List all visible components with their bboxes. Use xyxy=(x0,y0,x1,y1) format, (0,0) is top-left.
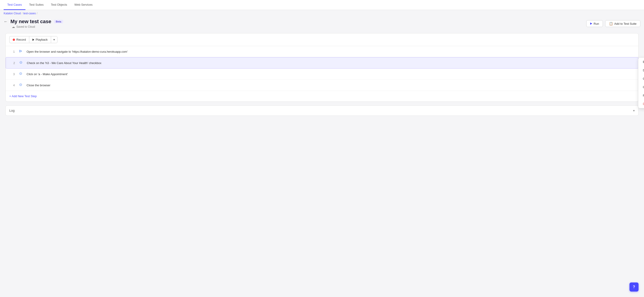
click-icon xyxy=(18,72,23,76)
header-actions: Run 📋 Add to Test Suite xyxy=(586,20,640,27)
step-description: Click on 'a - Make Appointment' xyxy=(26,72,635,76)
playback-play-icon xyxy=(32,38,34,41)
nav-tab-web-services[interactable]: Web Services xyxy=(70,0,96,10)
top-nav: Test CasesTest SuitesTest ObjectsWeb Ser… xyxy=(0,0,644,10)
main-content: Record Playback ▾ 1Open the browser and … xyxy=(0,30,644,120)
context-menu-item-cut[interactable]: Cut xyxy=(638,83,644,91)
breadcrumb-sep2: / xyxy=(36,12,37,15)
test-toolbar: Record Playback ▾ xyxy=(6,34,638,46)
svg-line-1 xyxy=(20,51,22,52)
step-number: 2 xyxy=(10,61,15,65)
record-dot-icon xyxy=(13,38,15,41)
nav-tab-test-objects[interactable]: Test Objects xyxy=(47,0,71,10)
step-number: 3 xyxy=(9,72,15,76)
toolbar-dropdown-button[interactable]: ▾ xyxy=(51,36,58,43)
add-suite-label: Add to Test Suite xyxy=(614,22,636,26)
nav-tab-test-cases[interactable]: Test Cases xyxy=(4,0,26,10)
add-new-test-step-button[interactable]: + Add New Test Step xyxy=(6,91,638,102)
context-menu-item-copy[interactable]: Copy xyxy=(638,74,644,83)
step-number: 4 xyxy=(9,84,15,87)
breadcrumb-sep1: / xyxy=(22,12,22,15)
svg-line-0 xyxy=(20,50,22,51)
context-menu-item-edit[interactable]: Edit xyxy=(638,58,644,66)
log-section[interactable]: Log ▾ xyxy=(6,105,638,116)
run-button[interactable]: Run xyxy=(586,20,603,27)
table-row[interactable]: 4Close the browser xyxy=(6,80,638,91)
add-step-label: + Add New Test Step xyxy=(9,94,37,98)
run-play-icon xyxy=(590,22,592,25)
test-editor-card: Record Playback ▾ 1Open the browser and … xyxy=(6,33,638,102)
beta-badge: Beta xyxy=(54,20,63,24)
breadcrumb-test-cases[interactable]: test-cases xyxy=(24,12,36,15)
step-description: Close the browser xyxy=(26,84,635,87)
breadcrumb-katalon-cloud[interactable]: Katalon Cloud xyxy=(4,12,21,15)
page-title: My new test case xyxy=(10,18,51,24)
step-description: Check on the 'h3 - We Care About Your He… xyxy=(27,61,634,65)
table-row[interactable]: 2Check on the 'h3 - We Care About Your H… xyxy=(6,57,638,68)
log-label: Log xyxy=(9,109,14,112)
step-description: Open the browser and navigate to 'https:… xyxy=(26,50,635,53)
playback-label: Playback xyxy=(36,38,48,41)
cloud-icon: ☁ xyxy=(12,25,15,28)
navigate-icon xyxy=(18,49,23,54)
context-menu-item-paste[interactable]: Paste xyxy=(638,91,644,100)
run-label: Run xyxy=(594,22,599,26)
steps-table: 1Open the browser and navigate to 'https… xyxy=(6,46,638,91)
breadcrumb: Katalon Cloud / test-cases / xyxy=(0,10,644,17)
add-suite-icon: 📋 xyxy=(609,22,613,26)
table-row[interactable]: 3Click on 'a - Make Appointment' xyxy=(6,68,638,80)
back-button[interactable]: ← xyxy=(4,19,8,24)
add-to-test-suite-button[interactable]: 📋 Add to Test Suite xyxy=(605,20,640,27)
context-menu-item-delete[interactable]: Delete xyxy=(638,100,644,108)
check-icon xyxy=(18,61,23,65)
chevron-down-icon: ▾ xyxy=(53,38,55,41)
step-number: 1 xyxy=(9,50,15,53)
playback-button[interactable]: Playback xyxy=(29,36,51,43)
page-header: ← My new test case Beta ☁ Saved to Cloud… xyxy=(0,17,644,30)
record-button[interactable]: Record xyxy=(9,36,29,43)
close-browser-icon xyxy=(18,83,23,88)
saved-status-text: Saved to Cloud xyxy=(16,25,35,28)
log-chevron-icon: ▾ xyxy=(633,109,635,112)
context-menu: EditDuplicateCopyCutPasteDelete xyxy=(638,58,644,108)
nav-tab-test-suites[interactable]: Test Suites xyxy=(26,0,47,10)
record-label: Record xyxy=(16,38,26,41)
context-menu-item-duplicate[interactable]: Duplicate xyxy=(638,66,644,74)
table-row[interactable]: 1Open the browser and navigate to 'https… xyxy=(6,46,638,57)
